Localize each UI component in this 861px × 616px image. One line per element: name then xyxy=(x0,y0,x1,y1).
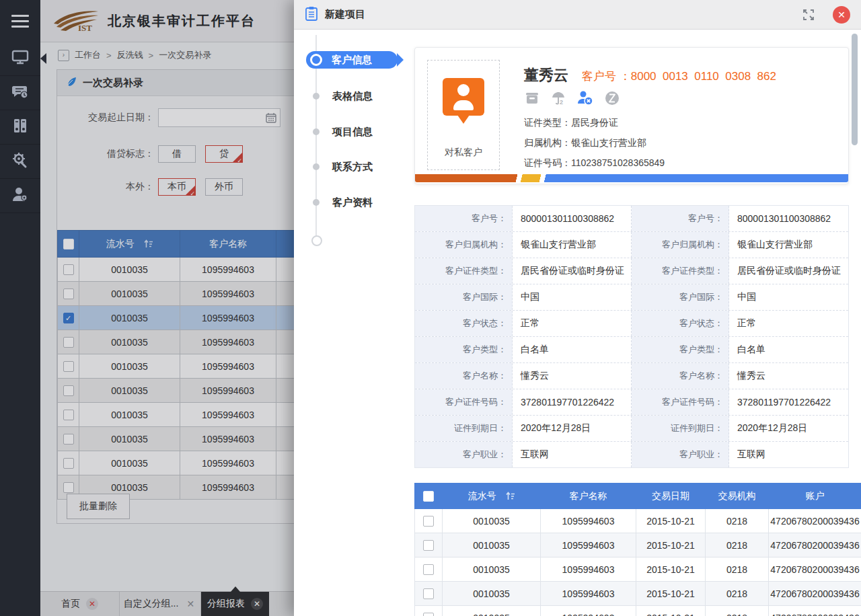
fullscreen-icon[interactable] xyxy=(803,9,814,20)
table-cell: 47206780200039436 xyxy=(769,606,861,616)
batch-delete-button[interactable]: 批量删除 xyxy=(67,494,130,519)
step-item[interactable]: 表格信息 xyxy=(294,89,373,103)
card-accent-stripe xyxy=(415,174,848,182)
breadcrumb-item[interactable]: 工作台 xyxy=(75,49,101,61)
row-checkbox[interactable] xyxy=(423,540,434,551)
tab-close-icon[interactable]: ✕ xyxy=(86,598,98,610)
table-cell: 0010035 xyxy=(443,557,541,582)
kv-label: 客户证件类型： xyxy=(632,258,729,284)
row-checkbox[interactable] xyxy=(63,385,74,396)
kv-value: 2020年12月28日 xyxy=(513,416,632,441)
row-checkbox-cell xyxy=(58,330,79,354)
kv-label: 客户证件号码： xyxy=(632,389,729,415)
table-cell: 47206780200039436 xyxy=(769,509,861,533)
bottom-tab[interactable]: 首页✕ xyxy=(40,592,120,616)
row-checkbox[interactable] xyxy=(63,288,74,299)
monitor-icon xyxy=(11,48,29,69)
tab-close-icon[interactable]: ✕ xyxy=(184,598,196,610)
kv-value: 白名单 xyxy=(513,337,632,362)
step-item-active[interactable]: 客户信息 xyxy=(306,51,398,69)
row-checkbox[interactable] xyxy=(63,434,74,445)
row-checkbox[interactable] xyxy=(63,337,74,348)
kv-row: 客户职业：互联网客户职业：互联网 xyxy=(415,442,848,467)
sidebar-item-settings[interactable] xyxy=(0,145,40,179)
row-checkbox-cell xyxy=(58,427,79,451)
table-cell: 1095994603 xyxy=(180,475,276,500)
row-checkbox[interactable] xyxy=(63,264,74,275)
select-all-checkbox[interactable] xyxy=(423,491,434,502)
bottom-tab[interactable]: 自定义分组...✕ xyxy=(120,592,201,616)
table-header-cell[interactable]: 流水号 xyxy=(443,484,541,509)
sidebar-item-workbench[interactable] xyxy=(0,42,40,76)
row-checkbox[interactable] xyxy=(423,613,434,616)
table-row[interactable]: 001003510959946032015-10-210218472067802… xyxy=(415,606,861,616)
row-checkbox[interactable]: ✓ xyxy=(63,313,74,323)
table-header-cell[interactable]: 交易日期 xyxy=(636,484,706,509)
table-row[interactable]: 001003510959946032015-10-210218472067802… xyxy=(415,557,861,582)
step-item[interactable]: 客户资料 xyxy=(294,196,373,209)
table-cell: 1095994603 xyxy=(541,606,636,616)
table-cell: 1095994603 xyxy=(180,258,276,282)
table-row[interactable]: 001003510959946032015-10-210218472067802… xyxy=(415,533,861,557)
table-cell: 1095994603 xyxy=(541,509,636,533)
row-checkbox-cell xyxy=(58,354,79,379)
kv-row: 客户类型：白名单客户类型：白名单 xyxy=(415,337,848,363)
calendar-icon[interactable] xyxy=(266,112,276,125)
table-cell: 0010035 xyxy=(443,533,541,557)
select-all-checkbox[interactable] xyxy=(63,239,74,249)
table-cell: 1095994603 xyxy=(541,533,636,557)
table-header-cell[interactable]: 交易机构 xyxy=(706,484,769,509)
row-checkbox[interactable] xyxy=(63,410,74,420)
kv-value: 银雀山支行营业部 xyxy=(513,232,632,258)
breadcrumb-item[interactable]: 反洗钱 xyxy=(117,49,143,61)
umbrella-2-icon[interactable]: 2 xyxy=(550,90,566,106)
kv-label: 客户名称： xyxy=(632,363,729,389)
row-checkbox[interactable] xyxy=(423,516,434,527)
currency-toggle-option[interactable]: 本币 xyxy=(158,178,196,196)
kv-label: 客户证件类型： xyxy=(415,258,513,284)
close-icon[interactable]: ✕ xyxy=(833,6,850,24)
trash-icon[interactable] xyxy=(524,90,540,106)
panel-title: 一次交易补录 xyxy=(83,77,143,89)
step-item[interactable]: 项目信息 xyxy=(294,125,373,139)
date-range-input[interactable] xyxy=(158,108,280,127)
step-item[interactable]: 联系方式 xyxy=(294,160,373,174)
debit-toggle-option[interactable]: 借 xyxy=(158,145,196,163)
date-range-label: 交易起止日期： xyxy=(57,112,154,124)
row-checkbox[interactable] xyxy=(63,482,74,493)
table-header-cell[interactable]: 流水号 xyxy=(79,231,180,258)
debit-toggle-option[interactable]: 贷 xyxy=(205,145,243,163)
table-header-cell[interactable]: 账户 xyxy=(769,484,861,509)
bottom-tab[interactable]: 分组报表✕ xyxy=(201,592,269,616)
row-checkbox[interactable] xyxy=(423,588,434,599)
currency-toggle-option[interactable]: 外币 xyxy=(205,178,243,196)
kv-label: 客户国际： xyxy=(632,284,729,310)
row-checkbox[interactable] xyxy=(423,564,434,575)
kv-row: 客户国际：中国客户国际：中国 xyxy=(415,284,848,311)
customer-number: 客户号 ：8000 0013 0110 0308 862 xyxy=(582,69,776,84)
kv-value: 懂秀云 xyxy=(513,363,632,389)
row-checkbox-cell xyxy=(415,533,443,557)
table-row[interactable]: 001003510959946032015-10-210218472067802… xyxy=(415,582,861,606)
sidebar-item-archives[interactable] xyxy=(0,110,40,145)
table-header-cell[interactable]: 客户名称 xyxy=(541,484,636,509)
menu-toggle-icon[interactable] xyxy=(0,0,40,42)
table-row[interactable]: 001003510959946032015-10-210218472067802… xyxy=(415,509,861,533)
row-checkbox[interactable] xyxy=(63,361,74,372)
tab-close-icon[interactable]: ✕ xyxy=(251,598,263,610)
sidebar-item-user-admin[interactable] xyxy=(0,179,40,213)
table-header-cell[interactable]: 客户名称 xyxy=(180,231,276,258)
table-header-checkbox-cell xyxy=(415,484,443,509)
table-cell: 0218 xyxy=(706,557,769,582)
sidebar-item-messages[interactable] xyxy=(0,76,40,110)
row-checkbox[interactable] xyxy=(63,458,74,469)
scrollbar-thumb[interactable] xyxy=(852,34,858,145)
kv-value: 800001301100308862 xyxy=(513,206,632,231)
table-cell: 1095994603 xyxy=(180,379,276,403)
step-end-circle xyxy=(311,235,322,246)
breadcrumb-item[interactable]: 一次交易补录 xyxy=(159,49,211,61)
history-clock-icon[interactable] xyxy=(604,90,620,106)
svg-text:2: 2 xyxy=(560,99,563,106)
currency-label: 本外： xyxy=(57,181,154,193)
remove-user-icon[interactable] xyxy=(576,89,594,107)
